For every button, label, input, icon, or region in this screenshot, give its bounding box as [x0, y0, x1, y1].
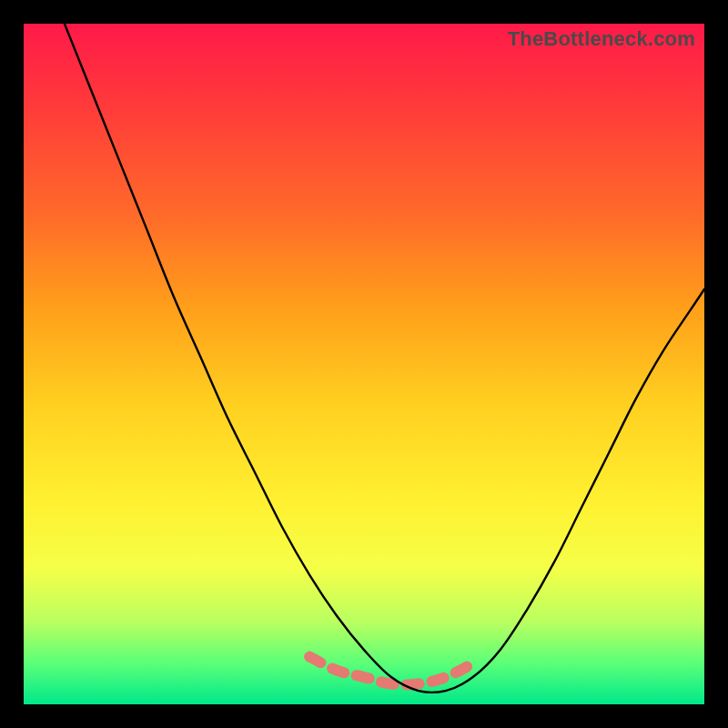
chart-area: TheBottleneck.com	[24, 24, 704, 704]
curve-layer	[24, 24, 704, 704]
highlight-zone-path	[309, 657, 473, 685]
bottleneck-curve-path	[65, 24, 704, 693]
outer-frame: TheBottleneck.com	[0, 0, 728, 728]
